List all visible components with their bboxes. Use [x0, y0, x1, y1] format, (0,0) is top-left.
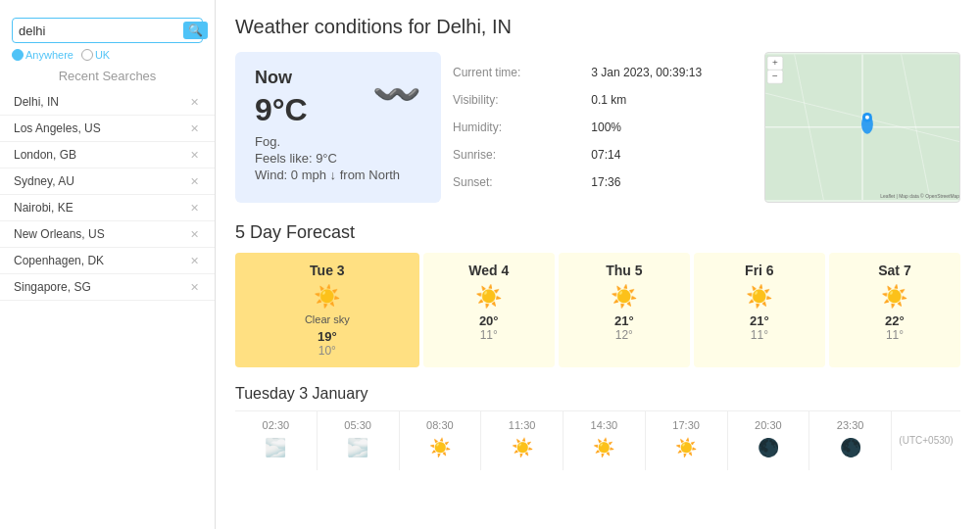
recent-item[interactable]: Singapore, SG✕ [0, 274, 215, 301]
hourly-weather-icon: ☀️ [485, 437, 559, 458]
forecast-weather-icon: ☀️ [241, 284, 414, 310]
forecast-high: 19° [241, 329, 414, 344]
now-temp: 9°C [255, 92, 308, 128]
humidity-value: 100% [591, 116, 753, 139]
forecast-desc: Clear sky [241, 313, 414, 325]
sunrise-label: Sunrise: [453, 143, 571, 167]
uk-toggle[interactable]: UK [81, 49, 110, 61]
page-title: Weather conditions for Delhi, IN [235, 16, 960, 38]
forecast-day-name: Sat 7 [835, 263, 955, 278]
hourly-weather-icon: 🌑 [813, 437, 887, 458]
svg-text:−: − [772, 71, 778, 81]
recent-item[interactable]: Los Angeles, US✕ [0, 116, 215, 142]
uk-label: UK [95, 49, 110, 61]
forecast-low: 10° [241, 344, 414, 358]
anywhere-label: Anywhere [25, 49, 74, 61]
anywhere-toggle[interactable]: Anywhere [12, 49, 74, 61]
hourly-item: 11:30 ☀️ [481, 411, 564, 470]
recent-item[interactable]: Delhi, IN✕ [0, 89, 215, 116]
svg-text:+: + [772, 57, 778, 68]
timezone-label: (UTC+0530) [892, 411, 960, 470]
sunset-value: 17:36 [591, 170, 753, 194]
forecast-day: Wed 4 ☀️ 20° 11° [423, 253, 555, 367]
uk-icon [81, 49, 93, 61]
search-bar: 🔍 [12, 18, 203, 43]
forecast-high: 22° [835, 313, 955, 328]
anywhere-icon [12, 49, 24, 61]
now-section: Now 9°C 〰️ Fog. Feels like: 9°C Wind: 0 … [235, 52, 960, 203]
forecast-low: 11° [429, 328, 549, 342]
forecast-weather-icon: ☀️ [700, 284, 819, 310]
remove-button[interactable]: ✕ [188, 202, 201, 215]
forecast-high: 20° [429, 313, 549, 328]
sunset-label: Sunset: [453, 170, 571, 194]
forecast-low: 11° [835, 328, 955, 342]
hourly-weather-icon: ☀️ [567, 437, 641, 458]
hourly-item: 08:30 ☀️ [400, 411, 482, 470]
hourly-title: Tuesday 3 January [235, 385, 960, 403]
hourly-item: 05:30 🌫️ [318, 411, 400, 470]
forecast-grid: Tue 3 ☀️ Clear sky 19° 10° Wed 4 ☀️ 20° … [235, 253, 960, 367]
location-toggle: Anywhere UK [12, 49, 203, 61]
recent-item-label: Los Angeles, US [14, 121, 101, 135]
search-input[interactable] [19, 24, 183, 38]
forecast-weather-icon: ☀️ [564, 284, 684, 310]
forecast-title: 5 Day Forecast [235, 222, 960, 243]
hourly-weather-icon: 🌫️ [239, 437, 313, 458]
remove-button[interactable]: ✕ [188, 175, 201, 188]
remove-button[interactable]: ✕ [188, 122, 201, 135]
hourly-item: 20:30 🌑 [728, 411, 810, 470]
remove-button[interactable]: ✕ [188, 96, 201, 109]
recent-item-label: Nairobi, KE [14, 201, 74, 215]
recent-item-label: Copenhagen, DK [14, 254, 104, 267]
now-description: Fog. [255, 134, 421, 149]
current-time-value: 3 Jan 2023, 00:39:13 [591, 61, 753, 84]
forecast-weather-icon: ☀️ [429, 284, 549, 310]
hourly-weather-icon: 🌫️ [321, 437, 395, 458]
hourly-time: 14:30 [567, 419, 641, 431]
hourly-time: 08:30 [404, 419, 477, 431]
now-weather-icon: 〰️ [372, 72, 421, 118]
search-button[interactable]: 🔍 [183, 22, 208, 39]
recent-item[interactable]: London, GB✕ [0, 142, 215, 168]
forecast-low: 12° [564, 328, 684, 342]
hourly-time: 17:30 [650, 419, 723, 431]
recent-item-label: Singapore, SG [14, 280, 91, 294]
recent-item[interactable]: Nairobi, KE✕ [0, 195, 215, 221]
now-label: Now [255, 68, 308, 88]
hourly-item: 17:30 ☀️ [646, 411, 728, 470]
now-feels-like: Feels like: 9°C [255, 151, 421, 166]
hourly-time: 05:30 [321, 419, 395, 431]
current-time-label: Current time: [453, 61, 571, 84]
forecast-weather-icon: ☀️ [835, 284, 955, 310]
map-box[interactable]: + − Leaflet | Map data © OpenStreetMap [764, 52, 960, 203]
forecast-day: Sat 7 ☀️ 22° 11° [829, 253, 960, 367]
forecast-day: Fri 6 ☀️ 21° 11° [694, 253, 825, 367]
recent-item[interactable]: Sydney, AU✕ [0, 168, 215, 195]
remove-button[interactable]: ✕ [188, 228, 201, 241]
recent-list: Delhi, IN✕Los Angeles, US✕London, GB✕Syd… [0, 89, 215, 301]
forecast-day: Tue 3 ☀️ Clear sky 19° 10° [235, 253, 419, 367]
remove-button[interactable]: ✕ [188, 281, 201, 294]
now-card: Now 9°C 〰️ Fog. Feels like: 9°C Wind: 0 … [235, 52, 441, 203]
sidebar: 🔍 Anywhere UK Recent Searches Delhi, IN✕… [0, 0, 216, 529]
remove-button[interactable]: ✕ [188, 255, 201, 267]
hourly-item: 02:30 🌫️ [235, 411, 318, 470]
hourly-time: 20:30 [732, 419, 806, 431]
hourly-time: 23:30 [813, 419, 887, 431]
recent-searches-title: Recent Searches [0, 69, 215, 83]
weather-details-card: Current time: 3 Jan 2023, 00:39:13 Visib… [453, 52, 753, 203]
main-content: Weather conditions for Delhi, IN Now 9°C… [216, 0, 980, 529]
recent-item[interactable]: New Orleans, US✕ [0, 221, 215, 248]
sunrise-value: 07:14 [591, 143, 753, 167]
recent-item-label: Sydney, AU [14, 174, 74, 188]
remove-button[interactable]: ✕ [188, 149, 201, 162]
recent-item-label: London, GB [14, 148, 76, 162]
visibility-value: 0.1 km [591, 88, 753, 112]
forecast-day: Thu 5 ☀️ 21° 12° [559, 253, 690, 367]
recent-item[interactable]: Copenhagen, DK✕ [0, 248, 215, 274]
hourly-grid: 02:30 🌫️ 05:30 🌫️ 08:30 ☀️ 11:30 ☀️ 14:3… [235, 410, 960, 470]
hourly-weather-icon: 🌑 [732, 437, 806, 458]
recent-item-label: New Orleans, US [14, 227, 105, 241]
svg-point-8 [865, 116, 869, 120]
